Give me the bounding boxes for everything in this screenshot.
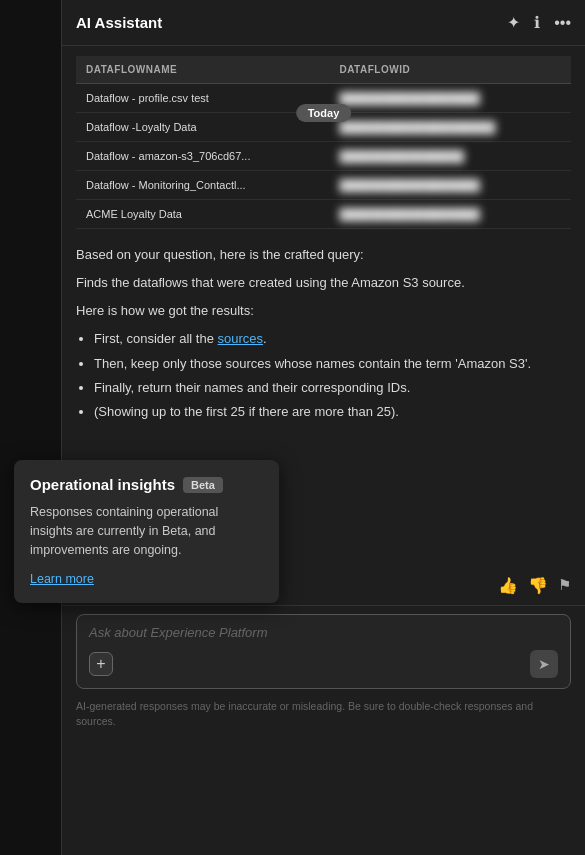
table-cell-id: ████████████████ (329, 142, 571, 171)
feedback-icons: 👍 👎 ⚑ (498, 576, 571, 595)
thumbs-up-icon[interactable]: 👍 (498, 576, 518, 595)
beta-badge: Beta (183, 477, 223, 493)
sources-link[interactable]: sources (218, 331, 264, 346)
data-table: DATAFLOWNAME DATAFLOWID Dataflow - profi… (76, 56, 571, 229)
bullet-4-text: (Showing up to the first 25 if there are… (94, 404, 399, 419)
bullet-1-text: First, consider all the (94, 331, 218, 346)
response-description: Finds the dataflows that were created us… (76, 273, 571, 293)
header: AI Assistant ✦ ℹ ••• (62, 0, 585, 46)
popover-title: Operational insights (30, 476, 175, 493)
add-attachment-button[interactable]: + (89, 652, 113, 676)
header-icons: ✦ ℹ ••• (507, 13, 571, 32)
today-badge: Today (296, 104, 352, 122)
plus-icon: + (96, 655, 105, 673)
table-row: ACME Loyalty Data██████████████████ (76, 200, 571, 229)
col-header-id: DATAFLOWID (329, 56, 571, 84)
table-row: Dataflow - amazon-s3_706cd67...█████████… (76, 142, 571, 171)
response-text: Based on your question, here is the craf… (62, 235, 585, 432)
table-cell-name: Dataflow - profile.csv test (76, 84, 329, 113)
table-cell-name: ACME Loyalty Data (76, 200, 329, 229)
bullet-2-text: Then, keep only those sources whose name… (94, 356, 531, 371)
input-bottom: + ➤ (89, 650, 558, 678)
thumbs-down-icon[interactable]: 👎 (528, 576, 548, 595)
response-how-header: Here is how we got the results: (76, 301, 571, 321)
learn-more-link[interactable]: Learn more (30, 572, 94, 586)
bullet-1: First, consider all the sources. (94, 329, 571, 349)
table-cell-id: ████████████████████ (329, 113, 571, 142)
lightbulb-icon[interactable]: ✦ (507, 13, 520, 32)
table-container: Today DATAFLOWNAME DATAFLOWID Dataflow -… (62, 46, 585, 235)
bullet-3: Finally, return their names and their co… (94, 378, 571, 398)
bullet-4: (Showing up to the first 25 if there are… (94, 402, 571, 422)
send-icon: ➤ (538, 656, 550, 672)
response-bullets: First, consider all the sources. Then, k… (94, 329, 571, 422)
flag-icon[interactable]: ⚑ (558, 576, 571, 594)
bullet-2: Then, keep only those sources whose name… (94, 354, 571, 374)
table-cell-id: ██████████████████ (329, 171, 571, 200)
popover-header: Operational insights Beta (30, 476, 263, 493)
blurred-content (62, 432, 585, 440)
send-button[interactable]: ➤ (530, 650, 558, 678)
input-area: Ask about Experience Platform + ➤ (62, 605, 585, 693)
table-cell-id: ██████████████████ (329, 84, 571, 113)
table-cell-name: Dataflow - amazon-s3_706cd67... (76, 142, 329, 171)
table-row: Dataflow - Monitoring_Contactl...███████… (76, 171, 571, 200)
popover: Operational insights Beta Responses cont… (14, 460, 279, 603)
main-panel: AI Assistant ✦ ℹ ••• Today DATAFLOWNAME … (62, 0, 585, 855)
table-cell-name: Dataflow -Loyalty Data (76, 113, 329, 142)
popover-body: Responses containing operational insight… (30, 503, 263, 559)
more-icon[interactable]: ••• (554, 14, 571, 32)
table-cell-name: Dataflow - Monitoring_Contactl... (76, 171, 329, 200)
page-title: AI Assistant (76, 14, 162, 31)
table-cell-id: ██████████████████ (329, 200, 571, 229)
input-box: Ask about Experience Platform + ➤ (76, 614, 571, 689)
disclaimer: AI-generated responses may be inaccurate… (62, 693, 585, 738)
col-header-name: DATAFLOWNAME (76, 56, 329, 84)
sidebar (0, 0, 62, 855)
info-icon[interactable]: ℹ (534, 13, 540, 32)
content-area: Today DATAFLOWNAME DATAFLOWID Dataflow -… (62, 46, 585, 855)
response-intro: Based on your question, here is the craf… (76, 245, 571, 265)
bullet-3-text: Finally, return their names and their co… (94, 380, 410, 395)
input-placeholder[interactable]: Ask about Experience Platform (89, 625, 558, 640)
